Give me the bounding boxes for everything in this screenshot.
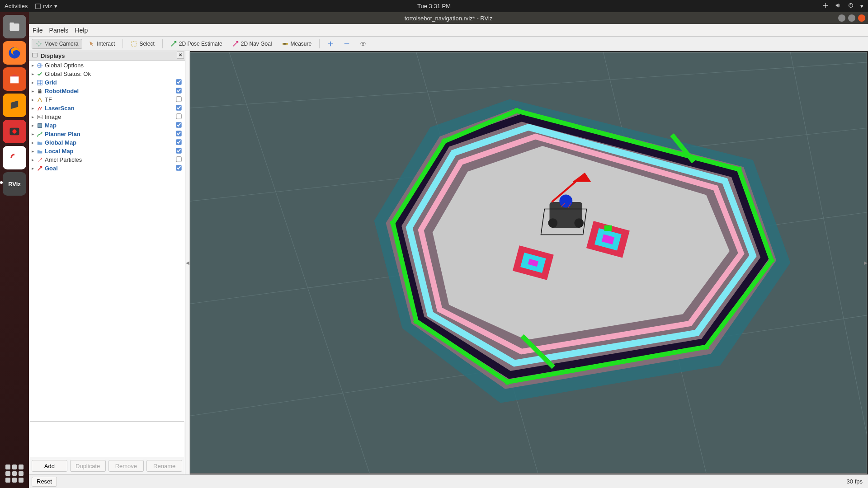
display-checkbox[interactable] xyxy=(176,79,181,84)
display-item-local-map[interactable]: ▸Local Map xyxy=(29,147,185,155)
remove-button[interactable]: Remove xyxy=(108,460,144,472)
right-splitter[interactable]: ▶ xyxy=(863,51,868,474)
display-item-goal[interactable]: ▸Goal xyxy=(29,164,185,173)
expand-arrow-icon[interactable]: ▸ xyxy=(32,157,36,162)
display-item-amcl-particles[interactable]: ▸Amcl Particles xyxy=(29,155,185,164)
network-icon[interactable] xyxy=(822,2,829,10)
tool-remove-focus[interactable] xyxy=(340,39,354,49)
launcher-rviz[interactable]: RViz xyxy=(3,172,26,196)
tool-select[interactable]: Select xyxy=(127,39,158,49)
menu-file[interactable]: File xyxy=(33,27,43,34)
panel-splitter[interactable]: ◀ xyxy=(185,51,190,474)
duplicate-button[interactable]: Duplicate xyxy=(70,460,106,472)
displays-panel: Displays ✕ ▸Global Options▸Global Status… xyxy=(29,51,185,474)
expand-arrow-icon[interactable]: ▸ xyxy=(32,140,36,145)
displays-tree[interactable]: ▸Global Options▸Global Status: Ok▸Grid▸R… xyxy=(29,61,185,421)
display-item-map[interactable]: ▸Map xyxy=(29,121,185,130)
display-item-image[interactable]: ▸Image xyxy=(29,113,185,121)
toolbar-separator xyxy=(123,39,123,48)
display-checkbox[interactable] xyxy=(176,105,181,110)
svg-point-47 xyxy=(574,218,584,228)
display-checkbox[interactable] xyxy=(176,148,181,153)
clock[interactable]: Tue 3:31 PM xyxy=(417,3,451,9)
panel-close-button[interactable]: ✕ xyxy=(177,52,184,59)
chevron-down-icon: ▾ xyxy=(54,3,57,9)
display-checkbox[interactable] xyxy=(176,139,181,145)
display-checkbox[interactable] xyxy=(176,165,181,170)
measure-icon xyxy=(282,41,288,47)
tool-pose-estimate[interactable]: 2D Pose Estimate xyxy=(166,39,226,49)
launcher-dock: RViz xyxy=(0,12,29,488)
folder-icon xyxy=(36,140,43,146)
svg-rect-41 xyxy=(604,225,612,231)
expand-arrow-icon[interactable]: ▸ xyxy=(32,123,36,128)
display-item-global-options[interactable]: ▸Global Options xyxy=(29,61,185,70)
rename-button[interactable]: Rename xyxy=(146,460,182,472)
tool-interact[interactable]: Interact xyxy=(84,39,119,49)
volume-icon[interactable] xyxy=(835,2,841,10)
display-checkbox[interactable] xyxy=(176,131,181,136)
display-item-grid[interactable]: ▸Grid xyxy=(29,78,185,87)
expand-arrow-icon[interactable]: ▸ xyxy=(32,131,36,136)
display-item-laserscan[interactable]: ▸LaserScan xyxy=(29,104,185,113)
display-item-robotmodel[interactable]: ▸RobotModel xyxy=(29,87,185,95)
display-label: Global Map xyxy=(45,139,172,146)
launcher-firefox[interactable] xyxy=(3,41,26,65)
window-titlebar[interactable]: tortoisebot_navigation.rviz* - RViz xyxy=(29,12,868,24)
menubar: File Panels Help xyxy=(29,24,868,37)
display-item-tf[interactable]: ▸TF xyxy=(29,95,185,104)
display-checkbox[interactable] xyxy=(176,122,181,127)
check-icon xyxy=(36,71,43,77)
display-checkbox[interactable] xyxy=(176,156,181,162)
move-camera-icon xyxy=(36,41,42,47)
expand-arrow-icon[interactable]: ▸ xyxy=(32,63,36,68)
menu-panels[interactable]: Panels xyxy=(49,27,69,34)
maximize-button[interactable] xyxy=(848,14,855,22)
expand-arrow-icon[interactable]: ▸ xyxy=(32,166,36,171)
display-checkbox[interactable] xyxy=(176,96,181,102)
activities-button[interactable]: Activities xyxy=(5,3,28,9)
expand-arrow-icon[interactable]: ▸ xyxy=(32,149,36,154)
minimize-button[interactable] xyxy=(838,14,845,22)
chevron-down-icon[interactable]: ▾ xyxy=(860,3,863,9)
display-label: Planner Plan xyxy=(45,131,172,137)
display-checkbox[interactable] xyxy=(176,88,181,93)
display-item-planner-plan[interactable]: ▸Planner Plan xyxy=(29,130,185,138)
tool-measure[interactable]: Measure xyxy=(278,39,316,49)
menu-help[interactable]: Help xyxy=(75,27,88,34)
expand-arrow-icon[interactable]: ▸ xyxy=(32,97,36,102)
add-button[interactable]: Add xyxy=(32,460,67,472)
launcher-screenrecorder[interactable] xyxy=(3,120,26,143)
close-button[interactable] xyxy=(858,14,865,22)
tool-move-camera[interactable]: Move Camera xyxy=(32,39,82,49)
expand-arrow-icon[interactable]: ▸ xyxy=(32,71,36,76)
tool-nav-goal[interactable]: 2D Nav Goal xyxy=(228,39,276,49)
tool-add-focus[interactable] xyxy=(323,39,338,49)
display-item-global-map[interactable]: ▸Global Map xyxy=(29,138,185,147)
particles-icon xyxy=(36,157,43,163)
select-icon xyxy=(131,41,137,47)
3d-viewport[interactable] xyxy=(190,52,867,474)
power-icon[interactable] xyxy=(848,2,854,10)
display-item-global-status-ok[interactable]: ▸Global Status: Ok xyxy=(29,70,185,78)
app-indicator[interactable]: rviz ▾ xyxy=(35,3,57,9)
display-checkbox[interactable] xyxy=(176,113,181,119)
launcher-software[interactable] xyxy=(3,67,26,91)
launcher-sublime[interactable] xyxy=(3,94,26,117)
expand-arrow-icon[interactable]: ▸ xyxy=(32,80,36,85)
svg-point-48 xyxy=(559,194,572,207)
svg-rect-16 xyxy=(38,80,42,85)
launcher-files[interactable] xyxy=(3,15,26,38)
tool-focus-camera[interactable] xyxy=(356,39,370,49)
interact-icon xyxy=(88,41,94,47)
reset-button[interactable]: Reset xyxy=(32,477,57,487)
launcher-apps-grid[interactable] xyxy=(5,465,24,483)
launcher-document[interactable] xyxy=(3,146,26,169)
expand-arrow-icon[interactable]: ▸ xyxy=(32,106,36,111)
expand-arrow-icon[interactable]: ▸ xyxy=(32,114,36,119)
displays-panel-header[interactable]: Displays ✕ xyxy=(29,51,185,61)
image-icon xyxy=(36,114,43,120)
main-content: Displays ✕ ▸Global Options▸Global Status… xyxy=(29,51,868,474)
expand-arrow-icon[interactable]: ▸ xyxy=(32,89,36,94)
display-label: Image xyxy=(45,113,172,120)
